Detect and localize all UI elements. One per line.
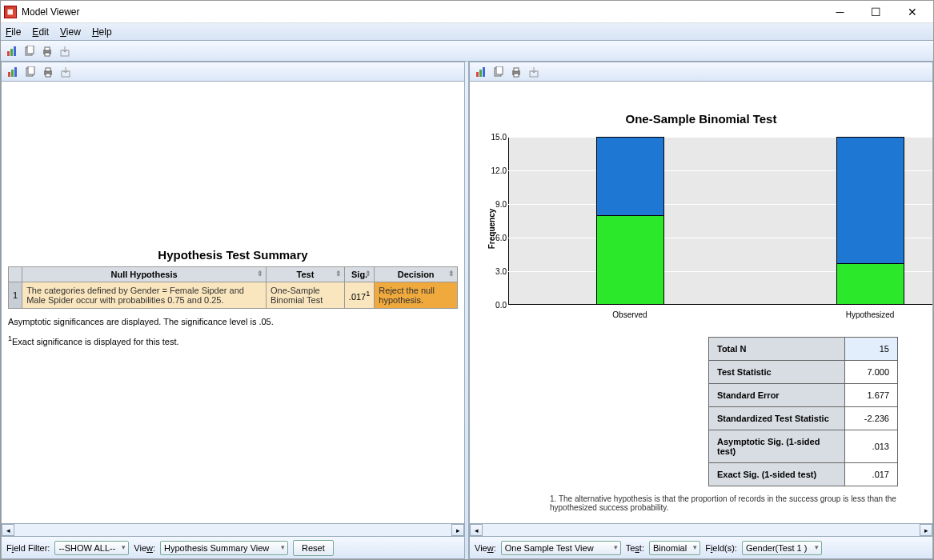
app-icon: ▦ (4, 6, 17, 18)
total-n-label: Total N (709, 338, 845, 361)
print-icon[interactable] (39, 43, 55, 59)
svg-rect-15 (46, 68, 50, 71)
test-cell: One-Sample Binomial Test (266, 282, 344, 309)
right-pane-body: One-Sample Binomial Test Frequency 15.0 … (470, 82, 932, 523)
header-test[interactable]: Test⇕ (266, 267, 344, 282)
copy-icon[interactable] (22, 43, 38, 59)
hypothesis-table: Null Hypothesis⇕ Test⇕ Sig.⇕ Decision⇕ 1… (8, 266, 458, 309)
left-footer: Field Filter: --SHOW ALL-- View: Hypothe… (2, 536, 464, 558)
field-filter-label: Field Filter: (6, 543, 50, 553)
reset-button[interactable]: Reset (293, 540, 334, 556)
test-label: Test: (626, 543, 644, 553)
print-icon[interactable] (508, 64, 524, 80)
scroll-left-icon[interactable]: ◂ (2, 524, 14, 536)
titlebar: ▦ Model Viewer ─ ☐ ✕ (1, 1, 933, 23)
left-scrollbar[interactable]: ◂ ▸ (2, 523, 464, 536)
row-index: 1 (9, 282, 22, 309)
header-blank (9, 267, 22, 282)
view-dropdown[interactable]: Hypothesis Summary View (160, 541, 288, 555)
svg-rect-16 (46, 74, 50, 77)
close-button[interactable]: ✕ (894, 1, 930, 23)
svg-rect-2 (14, 46, 16, 56)
header-decision[interactable]: Decision⇕ (375, 267, 458, 282)
ytick: 9.0 (486, 200, 507, 209)
copy-icon[interactable] (491, 64, 507, 80)
ytick: 6.0 (486, 234, 507, 242)
ytick: 3.0 (486, 267, 507, 276)
view-label: View: (475, 543, 496, 553)
xlabel-observed: Observed (582, 310, 678, 319)
scroll-track[interactable] (483, 524, 920, 536)
minimize-button[interactable]: ─ (822, 1, 858, 23)
exact-sig-label: Exact Sig. (1-sided test) (709, 463, 845, 486)
chart-icon[interactable] (473, 64, 489, 80)
left-pane-body: Hypothesis Test Summary Null Hypothesis⇕… (2, 82, 464, 523)
view-label: View: (134, 543, 155, 553)
view-dropdown[interactable]: One Sample Test View (501, 541, 621, 555)
copy-icon[interactable] (22, 64, 38, 80)
ytick: 0.0 (486, 301, 507, 310)
decision-cell: Reject the null hypothesis. (375, 282, 458, 309)
export-icon[interactable] (526, 64, 542, 80)
right-pane-toolbar (470, 62, 932, 82)
chart-icon[interactable] (5, 64, 21, 80)
test-statistic-label: Test Statistic (709, 361, 845, 384)
menu-help[interactable]: Help (92, 26, 112, 38)
xlabel-hypothesized: Hypothesized (822, 310, 918, 319)
menubar: File Edit View Help (1, 23, 933, 41)
svg-rect-22 (496, 66, 503, 74)
bar-hyp-success (836, 263, 904, 305)
std-test-stat-value: -2.236 (845, 407, 898, 430)
svg-rect-25 (514, 74, 519, 77)
header-null[interactable]: Null Hypothesis⇕ (22, 267, 267, 282)
table-row[interactable]: 1 The categories defined by Gender = Fem… (9, 282, 458, 309)
menu-edit[interactable]: Edit (32, 26, 49, 38)
main-toolbar (1, 41, 933, 62)
svg-rect-9 (8, 72, 10, 77)
svg-rect-19 (479, 70, 482, 77)
chart-icon[interactable] (4, 43, 20, 59)
y-axis-label: Frequency (487, 209, 496, 250)
fields-dropdown[interactable]: Gender(Test 1 ) (742, 541, 822, 555)
standard-error-label: Standard Error (709, 384, 845, 407)
menu-view[interactable]: View (60, 26, 81, 38)
bar-observed-success (596, 215, 664, 305)
fields-label: Field(s): (705, 543, 737, 553)
test-dropdown[interactable]: Binomial (649, 541, 700, 555)
content-area: Hypothesis Test Summary Null Hypothesis⇕… (1, 62, 933, 559)
scroll-right-icon[interactable]: ▸ (920, 524, 932, 536)
scroll-right-icon[interactable]: ▸ (451, 524, 464, 536)
std-test-stat-label: Standardized Test Statistic (709, 407, 845, 430)
alternative-note: 1. The alternative hypothesis is that th… (550, 494, 926, 512)
window-controls: ─ ☐ ✕ (822, 1, 930, 23)
scroll-track[interactable] (14, 524, 451, 536)
test-statistic-value: 7.000 (845, 361, 898, 384)
left-pane: Hypothesis Test Summary Null Hypothesis⇕… (1, 62, 464, 559)
note-footnote: 1Exact significance is displayed for thi… (8, 334, 458, 346)
svg-rect-6 (45, 47, 50, 50)
svg-rect-11 (14, 67, 17, 77)
maximize-button[interactable]: ☐ (858, 1, 894, 23)
export-icon[interactable] (58, 64, 74, 80)
menu-file[interactable]: File (6, 26, 21, 38)
total-n-value: 15 (845, 338, 898, 361)
asymp-sig-value: .013 (845, 430, 898, 463)
svg-rect-20 (483, 67, 485, 77)
ytick: 12.0 (486, 166, 507, 175)
null-hypothesis-cell: The categories defined by Gender = Femal… (22, 282, 267, 309)
svg-rect-4 (27, 46, 34, 54)
svg-rect-24 (514, 68, 519, 71)
window-title: Model Viewer (22, 6, 79, 18)
field-filter-dropdown[interactable]: --SHOW ALL-- (54, 541, 129, 555)
print-icon[interactable] (40, 64, 56, 80)
export-icon[interactable] (57, 43, 73, 59)
right-scrollbar[interactable]: ◂ ▸ (470, 523, 932, 536)
note-main: Asymptotic significances are displayed. … (8, 317, 458, 326)
right-footer: View: One Sample Test View Test: Binomia… (470, 536, 932, 558)
scroll-left-icon[interactable]: ◂ (470, 524, 483, 536)
right-pane: One-Sample Binomial Test Frequency 15.0 … (469, 62, 933, 559)
svg-rect-18 (476, 72, 479, 77)
header-sig[interactable]: Sig.⇕ (344, 267, 375, 282)
svg-rect-0 (7, 51, 10, 56)
stats-table: Total N15 Test Statistic7.000 Standard E… (708, 337, 898, 486)
